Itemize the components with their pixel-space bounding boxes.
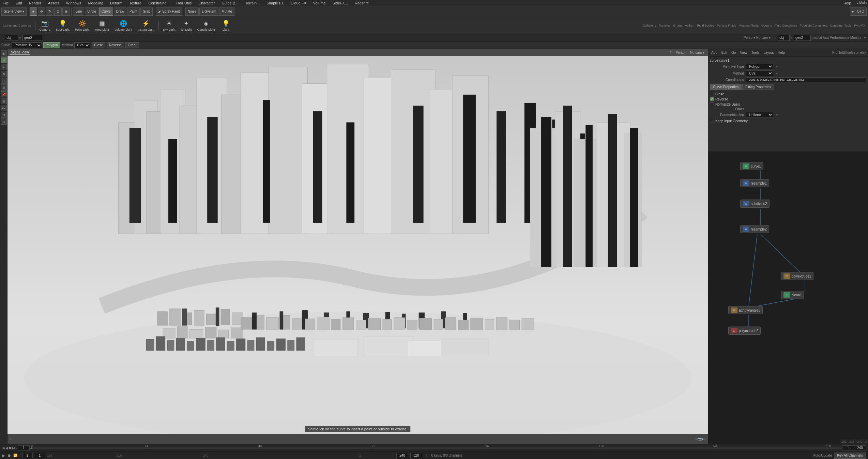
method-select[interactable]: CVs [746,70,773,76]
menu-render[interactable]: Render [28,1,43,5]
menu-assets[interactable]: Assets [47,1,61,5]
move-tool-btn[interactable]: ✛ [38,7,45,16]
timeline-bar-area[interactable]: 0 24 48 72 96 120 144 168 [31,444,842,452]
skip-start-btn[interactable]: ⏮ [2,446,5,450]
caustic-light-btn[interactable]: ◈ Caustic Light [195,19,217,32]
menu-sidefx[interactable]: SideFX... [331,1,349,5]
vp-cam-btn[interactable]: 📷 [698,437,702,441]
curve-props-tab[interactable]: Curve Properties [710,84,742,90]
help-btn[interactable]: Help [776,51,786,54]
menu-windows[interactable]: Windows [65,1,83,5]
spot-light-btn[interactable]: 💡 Spot Light [54,19,72,32]
toto-btn[interactable]: ▸ TOTO [850,7,867,16]
left-obj-input[interactable] [5,35,18,41]
expand-icon[interactable]: + [864,36,866,39]
key-all-channels-btn[interactable]: Key All Channels [834,453,866,459]
handle-tool-btn[interactable]: ⊕ [62,7,70,16]
add-btn[interactable]: Add [710,51,719,54]
close-btn[interactable]: Close [92,42,105,48]
tool-group[interactable]: ⊞ [1,98,7,104]
grab-btn[interactable]: Grab [140,7,153,16]
node-clean1[interactable]: ✦ clean1 [781,291,804,299]
area-light-btn[interactable]: ▦ Area Light [93,19,111,32]
tool-pin[interactable]: 📌 [1,91,7,97]
normalize-checkbox[interactable] [710,102,714,106]
menu-simplefx[interactable]: Simple FX [265,1,285,5]
left-geo-input[interactable] [22,35,43,41]
paint-btn[interactable]: Paint [127,7,140,16]
camera-btn[interactable]: 📷 Camera [37,19,52,32]
right-geo-input[interactable] [794,35,811,41]
menu-hair[interactable]: Hair Utils [175,1,193,5]
draw-btn[interactable]: Draw [114,7,126,16]
prev-frame-btn[interactable]: ◀ [5,446,8,450]
prim-type-dropdown[interactable]: Primitive Ty... [12,42,42,48]
menu-terrain[interactable]: Terrain... [244,1,261,5]
node-polyextrude2[interactable]: ⊡ polyextrude2 [728,327,761,335]
tool-select[interactable]: ◈ [1,50,7,57]
node-resample2[interactable]: ≋ resample2 [740,225,769,233]
tool-snap[interactable]: ⊕ [1,84,7,91]
noise-btn[interactable]: Noise [185,7,199,16]
bb-current-frame[interactable] [35,453,45,458]
keep-input-checkbox[interactable] [710,119,714,123]
menu-modeling[interactable]: Modeling [87,1,105,5]
prim-type-select[interactable]: Polygon [746,64,773,69]
edit-btn[interactable]: Edit [720,51,729,54]
bb-range-end[interactable] [396,453,408,458]
node-resample1[interactable]: ≋ resample1 [740,179,769,187]
menu-volume[interactable]: Volume [312,1,327,5]
select-tool-btn[interactable]: ◈ [30,7,37,16]
bb-loop-btn[interactable]: 🔁 [13,454,17,457]
close-checkbox[interactable] [710,92,714,96]
tool-extra[interactable]: ⊛ [1,112,7,118]
gi-light-btn[interactable]: ✦ GI Light [179,19,194,32]
scene-view-btn[interactable]: Scene View ▾ [1,7,27,16]
menu-guide[interactable]: Guide B... [220,1,240,5]
right-obj-input[interactable] [778,35,790,41]
menu-file[interactable]: File [1,1,10,5]
menu-character[interactable]: Character [197,1,216,5]
coords-input[interactable] [746,77,866,82]
node-polyextrude1[interactable]: ⊡ polyextrude1 [781,272,813,280]
skip-end-btn[interactable]: ⏭ [14,446,18,450]
tool-rotate[interactable]: ↻ [1,71,7,77]
point-light-btn[interactable]: 🔆 Point Light [73,19,92,32]
menu-help[interactable]: Help [842,1,853,5]
param-select[interactable]: Uniform [746,112,773,118]
rotate-tool-btn[interactable]: ↻ [46,7,54,16]
tool-abc[interactable]: abc [1,105,7,111]
order-btn[interactable]: Order [125,42,139,48]
tool-move[interactable]: ✛ [1,64,7,70]
layout-btn[interactable]: Layout [762,51,775,54]
instant-light-btn[interactable]: ⚡ Instant Light [136,19,156,32]
bb-play-btn[interactable]: ▶ [2,453,5,458]
bb-frame-start[interactable] [22,453,33,458]
bottom-timeline[interactable]: 192 216 240 2 [47,452,394,459]
light-btn[interactable]: 💡 Light [218,19,233,32]
tools-btn[interactable]: Tools [750,51,761,54]
menu-edit[interactable]: Edit [14,1,24,5]
menu-constraint[interactable]: Constraind... [147,1,171,5]
l-system-btn[interactable]: L-System [199,7,218,16]
node-subdivide2[interactable]: ⊞ subdivide2 [740,200,770,208]
tool-curve[interactable]: ↗ [1,57,7,63]
reverse-checkbox[interactable]: ✓ [710,97,714,101]
sky-light-btn[interactable]: ☀ Sky Light [161,19,178,32]
view-btn[interactable]: View [738,51,749,54]
volume-light-btn[interactable]: 🌐 Volume Light [112,19,134,32]
menu-texture[interactable]: Texture [128,1,143,5]
node-attribwrangle3[interactable]: ⚙ attribwrangle3 [728,306,763,314]
tool-light[interactable]: ⊙ [1,118,7,125]
go-btn[interactable]: Go [730,51,737,54]
menu-redshift[interactable]: Redshift [353,1,370,5]
current-frame-input[interactable] [18,445,30,451]
mutate-btn[interactable]: Mutate [219,7,234,16]
stop-btn[interactable]: ⏹ [8,446,12,450]
bb-record-btn[interactable]: ⏺ [7,453,11,458]
no-cam-tab[interactable]: No cam ▾ [689,51,706,54]
tool-scale[interactable]: ⊡ [1,78,7,84]
curve-btn[interactable]: Curve [99,7,113,16]
end-frame-input[interactable] [854,445,866,451]
menu-deform[interactable]: Deform [109,1,124,5]
